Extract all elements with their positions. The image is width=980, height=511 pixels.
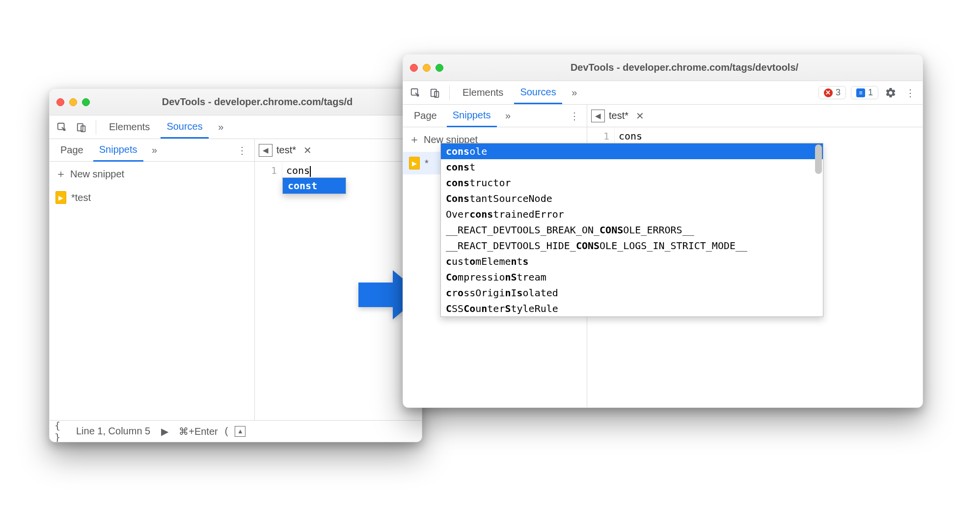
cursor-position: Line 1, Column 5 — [76, 426, 150, 437]
subtab-page[interactable]: Page — [54, 140, 89, 161]
traffic-lights — [410, 64, 443, 72]
close-dot[interactable] — [56, 98, 64, 106]
device-toggle-icon[interactable] — [74, 120, 89, 135]
editor-tab-name[interactable]: test* — [276, 144, 296, 156]
titlebar[interactable]: DevTools - developer.chrome.com/tags/dev… — [403, 55, 923, 81]
sidebar-tabs: Page Snippets » ⋮ — [403, 105, 587, 127]
plus-icon: ＋ — [55, 167, 65, 181]
coverage-icon[interactable]: ▲ — [235, 426, 245, 437]
pretty-print-icon[interactable]: { } — [54, 424, 69, 439]
subtab-page[interactable]: Page — [408, 105, 443, 126]
autocomplete-popup[interactable]: console const constructor ConstantSource… — [440, 143, 823, 317]
editor-content[interactable]: 1 cons console const constructor Constan… — [587, 127, 923, 145]
svg-rect-4 — [431, 89, 436, 96]
more-subtabs-icon[interactable]: » — [501, 109, 516, 123]
snippet-file-icon: ▶ — [409, 157, 420, 170]
minimize-dot[interactable] — [69, 98, 77, 106]
tab-sources[interactable]: Sources — [514, 82, 562, 104]
autocomplete-item[interactable]: OverconstrainedError — [441, 206, 823, 222]
separator — [96, 120, 96, 135]
autocomplete-item[interactable]: __REACT_DEVTOOLS_HIDE_CONSOLE_LOGS_IN_ST… — [441, 238, 823, 254]
gutter: 1 — [587, 127, 615, 145]
code-line[interactable]: cons const — [282, 162, 315, 180]
editor-tabbar: ◀ test* ✕ — [255, 139, 422, 162]
sidebar: Page Snippets » ⋮ ＋ New snippet ▶ *test — [50, 139, 255, 420]
kebab-icon[interactable]: ⋮ — [903, 85, 918, 100]
typed-text: cons — [286, 165, 310, 176]
autocomplete-item[interactable]: console — [441, 143, 823, 159]
minimize-dot[interactable] — [423, 64, 431, 72]
autocomplete-item[interactable]: CompressionStream — [441, 269, 823, 285]
inspect-icon[interactable] — [54, 120, 69, 135]
window-title: DevTools - developer.chrome.com/tags/d — [100, 96, 415, 108]
traffic-lights — [56, 98, 90, 106]
kebab-icon[interactable]: ⋮ — [235, 143, 249, 158]
tab-elements[interactable]: Elements — [457, 82, 509, 103]
typed-text: cons — [619, 130, 642, 142]
settings-icon[interactable] — [883, 85, 898, 100]
zoom-dot[interactable] — [82, 98, 90, 106]
separator — [449, 85, 450, 100]
subtab-snippets[interactable]: Snippets — [447, 105, 497, 127]
close-tab-icon[interactable]: ✕ — [632, 109, 647, 123]
svg-rect-1 — [78, 123, 83, 131]
snippet-file-icon: ▶ — [55, 191, 66, 204]
autocomplete-item[interactable]: const — [283, 178, 346, 194]
error-badge[interactable]: ✕3 — [818, 86, 846, 99]
scrollbar-thumb[interactable] — [815, 144, 822, 174]
messages-badge[interactable]: ≡1 — [851, 86, 878, 99]
new-snippet-label: New snippet — [70, 169, 124, 180]
inspect-icon[interactable] — [408, 85, 423, 100]
close-tab-icon[interactable]: ✕ — [300, 143, 315, 158]
autocomplete-item[interactable]: customElements — [441, 254, 823, 269]
window-title: DevTools - developer.chrome.com/tags/dev… — [453, 62, 916, 73]
autocomplete-item[interactable]: constructor — [441, 175, 823, 191]
code-line[interactable]: cons console const constructor ConstantS… — [615, 127, 646, 145]
coverage-text: ( — [225, 426, 228, 437]
main-toolbar: Elements Sources » — [50, 115, 422, 139]
sidebar-tabs: Page Snippets » ⋮ — [50, 139, 254, 162]
tab-sources[interactable]: Sources — [161, 116, 208, 139]
device-toggle-icon[interactable] — [428, 85, 442, 100]
snippet-file-name: * — [425, 158, 429, 169]
more-subtabs-icon[interactable]: » — [147, 143, 162, 158]
statusbar: { } Line 1, Column 5 ▶ ⌘+Enter ( ▲ — [50, 420, 422, 442]
editor-panel: ◀ test* ✕ 1 cons console const construct… — [587, 105, 923, 407]
more-tabs-icon[interactable]: » — [214, 120, 228, 135]
file-nav-icon[interactable]: ◀ — [259, 144, 272, 157]
close-dot[interactable] — [410, 64, 418, 72]
text-cursor — [310, 166, 311, 177]
kebab-icon[interactable]: ⋮ — [567, 109, 582, 123]
new-snippet-button[interactable]: ＋ New snippet — [50, 162, 254, 186]
more-tabs-icon[interactable]: » — [567, 85, 582, 100]
plus-icon: ＋ — [409, 132, 419, 147]
autocomplete-item[interactable]: CSSCounterStyleRule — [441, 301, 823, 316]
autocomplete-item[interactable]: const — [441, 159, 823, 175]
main-toolbar: Elements Sources » ✕3 ≡1 ⋮ — [403, 81, 923, 105]
devtools-window-after: DevTools - developer.chrome.com/tags/dev… — [403, 54, 923, 408]
autocomplete-item[interactable]: __REACT_DEVTOOLS_BREAK_ON_CONSOLE_ERRORS… — [441, 222, 823, 238]
editor-content[interactable]: 1 cons const — [255, 162, 422, 180]
run-shortcut: ⌘+Enter — [179, 426, 218, 437]
tab-elements[interactable]: Elements — [103, 116, 156, 138]
editor-tab-name[interactable]: test* — [609, 110, 628, 121]
snippet-file-name: *test — [71, 192, 91, 203]
gutter: 1 — [255, 162, 282, 180]
autocomplete-item[interactable]: crossOriginIsolated — [441, 285, 823, 301]
titlebar[interactable]: DevTools - developer.chrome.com/tags/d — [50, 89, 422, 115]
zoom-dot[interactable] — [436, 64, 443, 72]
snippet-file-row[interactable]: ▶ *test — [50, 186, 254, 209]
autocomplete-popup[interactable]: const — [282, 177, 346, 194]
run-icon[interactable]: ▶ — [157, 424, 172, 439]
editor-tabbar: ◀ test* ✕ — [587, 105, 923, 127]
subtab-snippets[interactable]: Snippets — [93, 139, 143, 162]
file-nav-icon[interactable]: ◀ — [591, 110, 605, 122]
autocomplete-item[interactable]: ConstantSourceNode — [441, 191, 823, 206]
